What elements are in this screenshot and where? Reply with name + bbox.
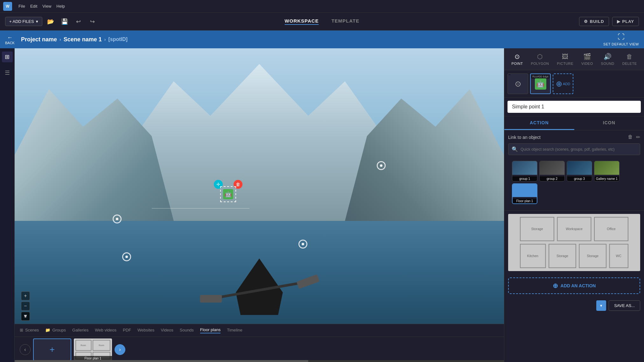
svg-text:Storage: Storage [556,254,568,258]
save-as-button[interactable]: SAVE AS... [609,300,640,311]
set-default-view-button[interactable]: ⛶ SET DEFAULT VIEW [603,33,639,46]
canvas-area[interactable]: ✛ 🗑 🤖 + − ⊡ ▼ ⊞ Scenes [15,48,504,362]
link-delete-icon[interactable]: 🗑 [628,134,633,140]
menu-edit[interactable]: Edit [30,4,37,9]
point-name-input[interactable] [508,101,641,113]
save-dropdown-icon: ▾ [600,303,602,308]
redo-button[interactable]: ↪ [87,16,98,27]
menu-view[interactable]: View [42,4,51,9]
selected-hotspot[interactable]: ✛ 🗑 🤖 [220,186,236,202]
svg-text:Kitchen: Kitchen [527,254,538,258]
add-floor-plan-icon: + [50,345,55,355]
sidebar-scenes-icon[interactable]: ⊞ [2,51,13,62]
tab-scenes[interactable]: ⊞ Scenes [20,328,39,333]
tab-galleries[interactable]: Galleries [72,328,88,333]
add-files-label: + ADD FILES [9,19,34,24]
right-panel: ⊙ POINT ⬡ POLYGON 🖼 PICTURE 🎬 VIDEO 🔊 SO… [504,48,644,362]
bottom-scrollbar[interactable] [15,360,504,362]
project-name[interactable]: Project name [21,36,57,43]
icon-thumb-add[interactable]: ⊕ ADD [553,73,573,94]
add-action-plus-icon: ⊕ [553,282,558,290]
link-title: Link to an object [508,135,541,140]
polygon-tool-button[interactable]: ⬡ POLYGON [528,51,552,67]
action-icon-tabs: ACTION ICON [504,116,644,130]
floor-plan-item-1[interactable]: Room Room Floor plan 1 [74,338,112,361]
hotspot-selection-box: 🤖 [220,186,236,202]
svg-text:Room: Room [99,344,104,346]
hotspot-2[interactable] [113,215,122,223]
svg-text:Storage: Storage [587,254,598,258]
object-search-box[interactable]: 🔍 [508,143,640,155]
tab-videos[interactable]: Videos [161,328,173,333]
menu-file[interactable]: File [18,4,25,9]
object-grid: group 1 group 2 group 3 Gallery name 1 F… [508,158,640,207]
play-button[interactable]: ▶ PLAY [612,17,639,26]
object-item-group1[interactable]: group 1 [512,161,537,181]
sound-icon: 🔊 [604,53,612,60]
link-edit-icon[interactable]: ✏ [636,134,640,140]
tab-websites[interactable]: Websites [137,328,154,333]
thumb-1-label [508,74,510,75]
zoom-in-button[interactable]: + [21,291,30,300]
icon-tab[interactable]: ICON [574,116,644,130]
save-button[interactable]: 💾 [59,16,70,27]
video-tool-button[interactable]: 🎬 VIDEO [578,51,596,67]
object-item-floorplan1[interactable]: Floor plan 1 [512,183,537,204]
build-play-group: ⚙ BUILD ▶ PLAY [579,17,639,26]
group3-preview-img [567,161,592,175]
add-files-chevron-icon: ▾ [36,19,38,24]
prev-arrow-button[interactable]: ‹ [20,344,31,355]
video-icon: 🎬 [583,53,592,60]
tab-floorplans[interactable]: Floor plans [200,327,220,333]
object-item-group2[interactable]: group 2 [539,161,565,181]
tab-pdf[interactable]: PDF [123,328,131,333]
polygon-label: POLYGON [531,62,549,65]
svg-text:WC: WC [616,254,621,258]
object-search-input[interactable] [521,147,637,152]
build-icon: ⚙ [584,19,588,24]
group1-label: group 1 [512,176,537,181]
tab-groups[interactable]: 📁 Groups [45,328,66,333]
object-item-gallery1[interactable]: Gallery name 1 [594,161,620,181]
add-action-button[interactable]: ⊕ ADD AN ACTION [508,277,640,294]
right-tools: ⚙ BUILD ▶ PLAY [579,17,639,26]
tab-webvideos[interactable]: Web videos [95,328,116,333]
action-tab[interactable]: ACTION [504,116,574,130]
undo-button[interactable]: ↩ [73,16,84,27]
object-item-group3[interactable]: group 3 [567,161,592,181]
tab-sounds[interactable]: Sounds [180,328,194,333]
menu-help[interactable]: Help [56,4,65,9]
spot-id[interactable]: [spotID] [108,37,127,42]
scene-name[interactable]: Scene name 1 [64,36,102,43]
point-tool-button[interactable]: ⊙ POINT [508,51,526,67]
app-logo: W [3,2,12,11]
menu-bar: W File Edit View Help [0,0,644,13]
icon-thumb-2[interactable]: 🤖 Rcc#00 64pt [530,73,551,94]
template-tab[interactable]: TEMPLATE [332,18,360,25]
filter-icon[interactable]: ▼ [21,312,30,321]
back-arrow-icon: ← [7,34,13,41]
floorplan1-label: Floor plan 1 [513,199,537,203]
add-files-button[interactable]: + ADD FILES ▾ [5,17,42,26]
add-floor-plan-button[interactable]: + [33,338,71,361]
picture-tool-button[interactable]: 🖼 PICTURE [554,51,577,67]
tab-timeline[interactable]: Timeline [227,328,242,333]
delete-tool-button[interactable]: 🗑 DELETE [619,51,640,67]
webvideos-tab-label: Web videos [95,328,116,332]
zoom-out-button[interactable]: − [21,302,30,311]
back-button[interactable]: ← BACK [5,34,15,45]
sound-tool-button[interactable]: 🔊 SOUND [598,51,618,67]
group2-label: group 2 [540,176,564,181]
point-icon: ⊙ [514,53,520,60]
timeline-tab-label: Timeline [227,328,242,332]
svg-text:Room: Room [80,344,86,346]
save-dropdown-button[interactable]: ▾ [596,300,606,311]
icon-thumb-1[interactable]: ⊙ [508,73,528,94]
build-button[interactable]: ⚙ BUILD [579,17,609,26]
next-arrow-button[interactable]: › [115,344,125,355]
hotspot-3[interactable] [298,240,307,249]
sidebar-layers-icon[interactable]: ☰ [2,67,13,78]
hotspot-4[interactable] [122,252,131,261]
open-folder-button[interactable]: 📂 [45,16,56,27]
workspace-tab[interactable]: WORKSPACE [285,18,319,25]
